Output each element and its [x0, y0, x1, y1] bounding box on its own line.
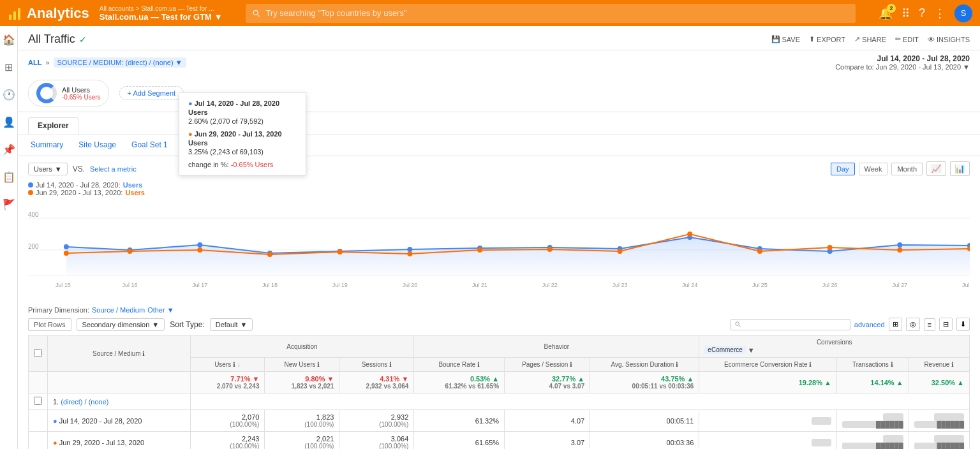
- add-segment-button[interactable]: + Add Segment: [119, 86, 184, 100]
- search-input[interactable]: [265, 8, 849, 18]
- col-transactions[interactable]: Transactions ℹ: [836, 358, 909, 372]
- table-search-input[interactable]: [744, 321, 846, 328]
- table-row: ● Jun 29, 2020 - Jul 13, 2020 2,243 (100…: [29, 432, 970, 450]
- date-dropdown-icon[interactable]: ▼: [963, 63, 970, 71]
- metric-selector[interactable]: Users ▼: [28, 163, 68, 175]
- chart-area: 400 200: [18, 199, 980, 301]
- pie-chart-button[interactable]: ◎: [906, 318, 920, 331]
- total-pages: 32.77% ▲ 4.07 vs 3.07: [505, 372, 590, 394]
- share-button[interactable]: ↗ SHARE: [854, 35, 886, 43]
- download-button[interactable]: ⬇: [956, 318, 970, 331]
- sort-type-dropdown[interactable]: Default ▼: [210, 318, 253, 331]
- month-button[interactable]: Month: [891, 163, 923, 175]
- notifications-button[interactable]: 🔔 2: [879, 6, 893, 20]
- conversions-dropdown[interactable]: eCommerce ▼: [704, 346, 964, 354]
- sidebar-table-icon[interactable]: 📋: [0, 168, 18, 186]
- col-sessions[interactable]: Sessions ℹ: [339, 358, 414, 372]
- users-info: ℹ: [233, 361, 235, 368]
- svg-point-35: [757, 249, 762, 254]
- p1-users: 2,070 (100.00%): [190, 410, 265, 432]
- row1-source: 1. (direct) / (none): [48, 394, 191, 410]
- col-revenue[interactable]: Revenue ℹ: [909, 358, 969, 372]
- col-pages-session[interactable]: Pages / Session ℹ: [505, 358, 590, 372]
- chart-controls: Day Week Month 📈 📊: [831, 161, 970, 176]
- sessions-info: ℹ: [389, 361, 392, 368]
- line-chart-icon[interactable]: 📈: [926, 161, 946, 176]
- trans-info: ℹ: [891, 361, 893, 368]
- svg-point-30: [407, 251, 412, 256]
- day-button[interactable]: Day: [831, 163, 855, 175]
- col-bounce-rate[interactable]: Bounce Rate ℹ: [414, 358, 505, 372]
- all-users-segment[interactable]: All Users -0.65% Users: [28, 80, 109, 107]
- tooltip-change: change in %: -0.65% Users: [188, 161, 297, 168]
- edit-button[interactable]: ✏ EDIT: [895, 35, 919, 43]
- pivot-button[interactable]: ⊟: [939, 318, 953, 331]
- col-ecomm-rate[interactable]: Ecommerce Conversion Rate ℹ: [699, 358, 837, 372]
- sidebar-flag-icon[interactable]: 🚩: [0, 196, 18, 213]
- p1-avg: 00:05:11: [590, 410, 699, 432]
- table-controls-left: Plot Rows Secondary dimension ▼ Sort Typ…: [28, 318, 253, 331]
- col-users[interactable]: Users ℹ ↓: [190, 358, 265, 372]
- p1-bounce: 61.32%: [414, 410, 505, 432]
- tab-site-usage[interactable]: Site Usage: [76, 135, 119, 156]
- users-sort-icon[interactable]: ↓: [237, 361, 241, 368]
- tab-summary[interactable]: Summary: [28, 135, 66, 156]
- export-icon: ⬆: [809, 35, 815, 43]
- select-all-checkbox[interactable]: [34, 349, 42, 357]
- share-icon: ↗: [854, 35, 860, 43]
- sidebar-user-icon[interactable]: 👤: [0, 114, 18, 131]
- search-bar[interactable]: [246, 4, 856, 23]
- grid-view-button[interactable]: ⊞: [889, 318, 902, 331]
- tab-explorer[interactable]: Explorer: [28, 117, 78, 135]
- tooltip-date2: ● Jun 29, 2020 - Jul 13, 2020: [188, 130, 297, 138]
- row1-checkbox[interactable]: [34, 397, 42, 405]
- insights-button[interactable]: 👁 INSIGHTS: [928, 36, 970, 43]
- col-source-medium[interactable]: Source / Medium ℹ: [48, 335, 191, 372]
- app-name: Analytics: [27, 5, 89, 22]
- pages-info: ℹ: [570, 361, 572, 368]
- total-transactions: 14.14% ▲: [836, 372, 909, 394]
- sidebar-clock-icon[interactable]: 🕐: [0, 86, 18, 103]
- other-link[interactable]: Other ▼: [147, 306, 174, 314]
- period1-label: ● Jul 14, 2020 - Jul 28, 2020: [48, 410, 191, 432]
- compare-button[interactable]: ≡: [924, 318, 935, 331]
- svg-text:Jul 18: Jul 18: [262, 282, 278, 288]
- avg-info: ℹ: [676, 361, 678, 368]
- bar-chart-icon[interactable]: 📊: [950, 161, 970, 176]
- week-button[interactable]: Week: [859, 163, 888, 175]
- secondary-dimension-dropdown[interactable]: Secondary dimension ▼: [77, 318, 165, 331]
- table-search[interactable]: [730, 319, 850, 330]
- svg-text:Jul 27: Jul 27: [892, 282, 907, 288]
- select-metric-link[interactable]: Select a metric: [90, 165, 137, 173]
- export-button[interactable]: ⬆ EXPORT: [809, 35, 845, 43]
- advanced-link[interactable]: advanced: [854, 321, 885, 328]
- col-new-users[interactable]: New Users ℹ: [265, 358, 339, 372]
- svg-text:Jul 26: Jul 26: [822, 282, 838, 288]
- avatar[interactable]: S: [954, 4, 972, 22]
- svg-point-31: [477, 247, 482, 253]
- legend-item-1: Jul 14, 2020 - Jul 28, 2020: Users: [28, 181, 970, 189]
- sub-tabs: Summary Site Usage Goal Set 1 Goal Set 2: [18, 135, 980, 156]
- save-button[interactable]: 💾 SAVE: [771, 35, 801, 43]
- more-button[interactable]: ⋮: [934, 6, 946, 20]
- plot-rows-button[interactable]: Plot Rows: [28, 318, 71, 331]
- tab-goal-set-1[interactable]: Goal Set 1: [129, 135, 170, 156]
- sidebar-home-icon[interactable]: 🏠: [0, 31, 18, 48]
- sidebar-pin-icon[interactable]: 📌: [0, 141, 18, 158]
- segment-tag[interactable]: SOURCE / MEDIUM: (direct) / (none) ▼: [54, 57, 186, 68]
- sidebar-reports-icon[interactable]: ⊞: [2, 59, 15, 76]
- secondary-dim-icon: ▼: [152, 321, 159, 328]
- account-name[interactable]: Stall.com.ua — Test for GTM ▼: [100, 12, 223, 22]
- notification-badge: 2: [887, 4, 896, 13]
- primary-date[interactable]: Jul 14, 2020 - Jul 28, 2020: [835, 54, 970, 63]
- tooltip-metric1: Users: [188, 108, 297, 116]
- page-title: All Traffic ✓: [28, 33, 87, 46]
- source-medium-link[interactable]: Source / Medium: [92, 306, 145, 314]
- dropdown-icon[interactable]: ▼: [214, 12, 223, 22]
- apps-button[interactable]: ⠿: [902, 6, 910, 20]
- all-label[interactable]: ALL: [28, 59, 41, 66]
- conv-dropdown-icon: ▼: [748, 346, 755, 354]
- help-button[interactable]: ?: [919, 6, 925, 20]
- svg-text:Jul 17: Jul 17: [192, 282, 207, 288]
- col-avg-session[interactable]: Avg. Session Duration ℹ: [590, 358, 699, 372]
